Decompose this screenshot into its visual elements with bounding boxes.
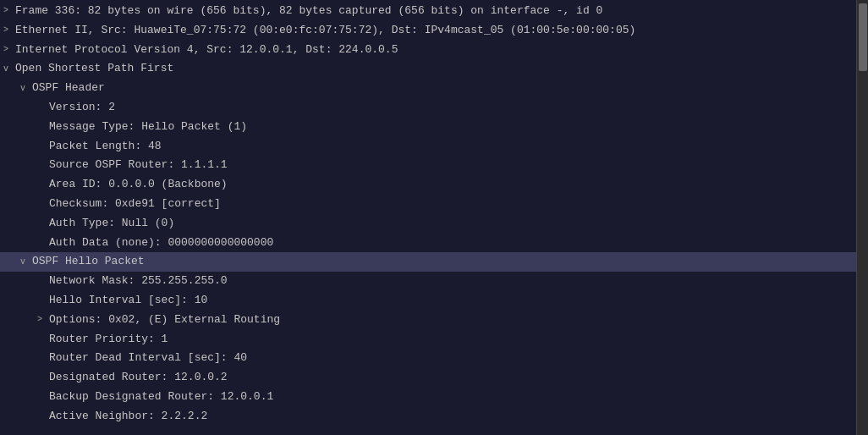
packet-detail-panel: >Frame 336: 82 bytes on wire (656 bits),… bbox=[0, 0, 856, 435]
collapse-icon[interactable]: > bbox=[3, 4, 15, 18]
row-text-backup-router: Backup Designated Router: 12.0.0.1 bbox=[49, 388, 273, 406]
row-text-checksum: Checksum: 0xde91 [correct] bbox=[49, 195, 221, 213]
row-text-src-router: Source OSPF Router: 1.1.1.1 bbox=[49, 157, 228, 174]
tree-row-router-dead[interactable]: Router Dead Interval [sec]: 40 bbox=[0, 349, 856, 368]
collapse-icon[interactable]: v bbox=[3, 63, 15, 76]
row-text-ospf-root: Open Shortest Path First bbox=[15, 60, 173, 78]
packet-tree: >Frame 336: 82 bytes on wire (656 bits),… bbox=[0, 0, 856, 435]
collapse-icon[interactable]: v bbox=[20, 256, 32, 269]
row-text-designated-router: Designated Router: 12.0.0.2 bbox=[49, 369, 228, 387]
tree-row-ospf-hello-header[interactable]: vOSPF Hello Packet bbox=[0, 252, 856, 272]
row-text-version: Version: 2 bbox=[49, 99, 115, 117]
tree-row-area-id[interactable]: Area ID: 0.0.0.0 (Backbone) bbox=[0, 175, 856, 195]
tree-row-options[interactable]: >Options: 0x02, (E) External Routing bbox=[0, 311, 856, 330]
row-text-frame: Frame 336: 82 bytes on wire (656 bits), … bbox=[15, 3, 602, 20]
tree-row-ethernet[interactable]: >Ethernet II, Src: HuaweiTe_07:75:72 (00… bbox=[0, 21, 856, 41]
row-text-ospf-header-group: OSPF Header bbox=[32, 80, 105, 97]
row-text-area-id: Area ID: 0.0.0.0 (Backbone) bbox=[49, 176, 228, 194]
tree-row-checksum[interactable]: Checksum: 0xde91 [correct] bbox=[0, 195, 856, 214]
row-text-ethernet: Ethernet II, Src: HuaweiTe_07:75:72 (00:… bbox=[15, 22, 635, 40]
row-text-ospf-hello-header: OSPF Hello Packet bbox=[32, 253, 145, 271]
scrollbar-thumb[interactable] bbox=[859, 3, 867, 71]
row-text-hello-interval: Hello Interval [sec]: 10 bbox=[49, 292, 207, 310]
row-text-pkt-len: Packet Length: 48 bbox=[49, 138, 162, 156]
tree-row-msg-type[interactable]: Message Type: Hello Packet (1) bbox=[0, 118, 856, 137]
collapse-icon[interactable]: > bbox=[3, 24, 15, 37]
collapse-icon[interactable]: v bbox=[20, 82, 32, 96]
row-text-msg-type: Message Type: Hello Packet (1) bbox=[49, 118, 247, 136]
vertical-scrollbar[interactable] bbox=[856, 0, 868, 435]
tree-row-src-router[interactable]: Source OSPF Router: 1.1.1.1 bbox=[0, 156, 856, 175]
scrollbar-track[interactable] bbox=[857, 0, 868, 435]
tree-row-ip[interactable]: >Internet Protocol Version 4, Src: 12.0.… bbox=[0, 41, 856, 60]
row-text-router-priority: Router Priority: 1 bbox=[49, 331, 168, 349]
tree-row-hello-interval[interactable]: Hello Interval [sec]: 10 bbox=[0, 291, 856, 311]
collapse-icon[interactable]: > bbox=[3, 43, 15, 57]
tree-row-net-mask[interactable]: Network Mask: 255.255.255.0 bbox=[0, 272, 856, 291]
tree-row-ospf-header-group[interactable]: vOSPF Header bbox=[0, 79, 856, 98]
tree-row-router-priority[interactable]: Router Priority: 1 bbox=[0, 330, 856, 350]
row-text-auth-type: Auth Type: Null (0) bbox=[49, 215, 174, 233]
tree-row-auth-type[interactable]: Auth Type: Null (0) bbox=[0, 214, 856, 234]
tree-row-pkt-len[interactable]: Packet Length: 48 bbox=[0, 137, 856, 157]
row-text-router-dead: Router Dead Interval [sec]: 40 bbox=[49, 350, 247, 367]
tree-row-designated-router[interactable]: Designated Router: 12.0.0.2 bbox=[0, 368, 856, 388]
tree-row-version[interactable]: Version: 2 bbox=[0, 98, 856, 118]
row-text-ip: Internet Protocol Version 4, Src: 12.0.0… bbox=[15, 41, 398, 59]
row-text-options: Options: 0x02, (E) External Routing bbox=[49, 311, 280, 329]
collapse-icon[interactable]: > bbox=[37, 313, 49, 327]
tree-row-auth-data[interactable]: Auth Data (none): 0000000000000000 bbox=[0, 234, 856, 253]
tree-row-active-neighbor[interactable]: Active Neighbor: 2.2.2.2 bbox=[0, 407, 856, 427]
row-text-auth-data: Auth Data (none): 0000000000000000 bbox=[49, 234, 273, 252]
row-text-net-mask: Network Mask: 255.255.255.0 bbox=[49, 273, 228, 290]
tree-row-backup-router[interactable]: Backup Designated Router: 12.0.0.1 bbox=[0, 388, 856, 407]
tree-row-ospf-root[interactable]: vOpen Shortest Path First bbox=[0, 59, 856, 79]
tree-row-frame[interactable]: >Frame 336: 82 bytes on wire (656 bits),… bbox=[0, 2, 856, 21]
row-text-active-neighbor: Active Neighbor: 2.2.2.2 bbox=[49, 408, 207, 426]
